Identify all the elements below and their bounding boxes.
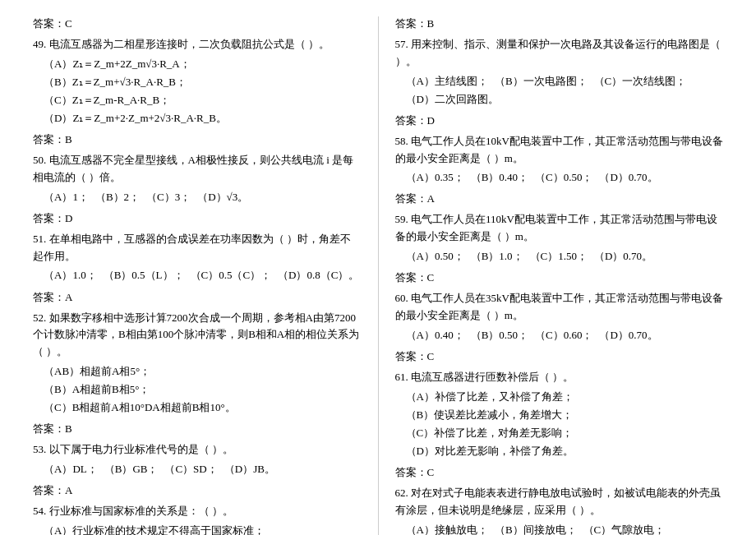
answer-a1: 答案：A [33,290,362,305]
question-51: 51. 在单相电路中，互感器的合成误差在功率因数为（ ）时，角差不起作用。 （A… [33,231,362,285]
question-62: 62. 对在对式子电能表表进行静电放电试验时，如被试电能表的外壳虽有涂层，但未说… [395,485,724,535]
answer-d-r1: 答案：D [395,113,724,128]
question-52: 52. 如果数字移相中选形计算7200次合成一个周期，参考相A由第7200个计数… [33,310,362,417]
question-61: 61. 电流互感器进行匝数补偿后（ ）。 （A）补偿了比差，又补偿了角差； （B… [395,369,724,460]
answer-c-r2: 答案：C [395,349,724,364]
answer-b1: 答案：B [33,132,362,147]
question-60: 60. 电气工作人员在35kV配电装置中工作，其正常活动范围与带电设备的最小安全… [395,290,724,344]
two-column-layout: 答案：C 49. 电流互感器为二相星形连接时，二次负载阻抗公式是（ ）。 （A）… [25,16,731,535]
answer-d1: 答案：D [33,211,362,226]
question-49: 49. 电流互感器为二相星形连接时，二次负载阻抗公式是（ ）。 （A）Z₁＝Z_… [33,36,362,127]
answer-a-r1: 答案：A [395,191,724,206]
left-column: 答案：C 49. 电流互感器为二相星形连接时，二次负载阻抗公式是（ ）。 （A）… [25,16,379,535]
answer-c1: 答案：C [33,16,362,31]
right-column: 答案：B 57. 用来控制、指示、测量和保护一次电路及其设备运行的电路图是（ ）… [379,16,732,535]
question-54: 54. 行业标准与国家标准的关系是：（ ）。 （A）行业标准的技术规定不得高于国… [33,503,362,535]
question-58: 58. 电气工作人员在10kV配电装置中工作，其正常活动范围与带电设备的最小安全… [395,133,724,187]
answer-b2: 答案：B [33,422,362,436]
page: 答案：C 49. 电流互感器为二相星形连接时，二次负载阻抗公式是（ ）。 （A）… [0,0,756,535]
answer-a2: 答案：A [33,483,362,498]
question-53: 53. 以下属于电力行业标准代号的是（ ）。 （A）DL； （B）GB； （C）… [33,441,362,478]
question-59: 59. 电气工作人员在110kV配电装置中工作，其正常活动范围与带电设备的最小安… [395,211,724,265]
answer-c-r3: 答案：C [395,465,724,480]
answer-c-r1: 答案：C [395,270,724,285]
question-57: 57. 用来控制、指示、测量和保护一次电路及其设备运行的电路图是（ ）。 （A）… [395,36,724,108]
answer-b-r1: 答案：B [395,16,724,31]
question-50: 50. 电流互感器不完全星型接线，A相极性接反，则公共线电流 i 是每相电流的（… [33,152,362,206]
